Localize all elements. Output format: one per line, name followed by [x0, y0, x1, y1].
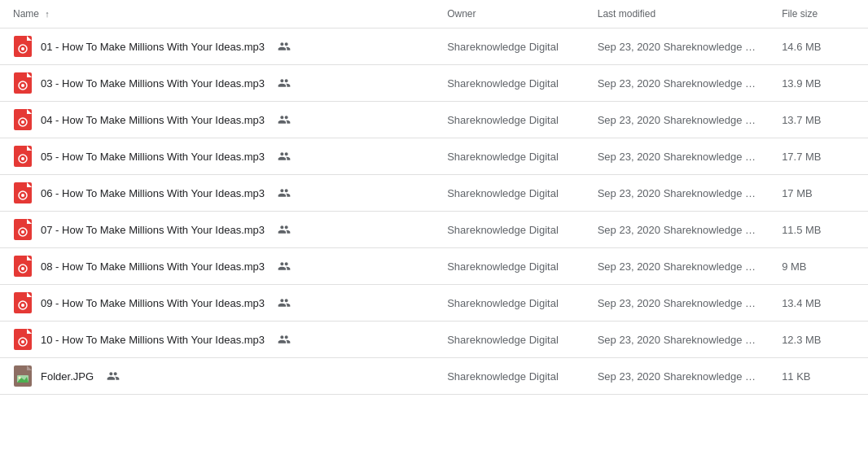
- file-name-text: 01 - How To Make Millions With Your Idea…: [41, 41, 265, 53]
- size-cell: 13.7 MB: [769, 102, 868, 138]
- sort-ascending-icon: ↑: [45, 9, 50, 19]
- name-cell: 01 - How To Make Millions With Your Idea…: [0, 28, 434, 65]
- file-name-text: 09 - How To Make Millions With Your Idea…: [41, 297, 265, 309]
- shared-icon: [278, 260, 291, 273]
- shared-icon: [278, 150, 291, 163]
- size-cell: 17.7 MB: [769, 138, 868, 175]
- file-list-container: Name ↑ Owner Last modified File size: [0, 0, 868, 455]
- size-cell: 12.3 MB: [769, 322, 868, 358]
- modified-cell: Sep 23, 2020 Shareknowledge …: [585, 212, 769, 248]
- modified-cell: Sep 23, 2020 Shareknowledge …: [585, 322, 769, 358]
- modified-cell: Sep 23, 2020 Shareknowledge …: [585, 358, 769, 395]
- size-cell: 11 KB: [769, 358, 868, 395]
- svg-point-7: [21, 84, 24, 87]
- jpg-file-icon: [13, 366, 33, 386]
- file-name-text: Folder.JPG: [41, 370, 94, 383]
- file-table: Name ↑ Owner Last modified File size: [0, 0, 868, 395]
- name-cell: 06 - How To Make Millions With Your Idea…: [0, 175, 434, 212]
- table-row[interactable]: 06 - How To Make Millions With Your Idea…: [0, 175, 868, 212]
- name-column-header[interactable]: Name ↑: [0, 0, 434, 28]
- mp3-file-icon: [13, 73, 33, 93]
- file-table-body: 01 - How To Make Millions With Your Idea…: [0, 28, 868, 395]
- modified-column-header[interactable]: Last modified: [585, 0, 769, 28]
- name-cell: 10 - How To Make Millions With Your Idea…: [0, 322, 434, 358]
- modified-cell: Sep 23, 2020 Shareknowledge …: [585, 248, 769, 285]
- name-cell: Folder.JPG: [0, 358, 434, 395]
- file-name-text: 06 - How To Make Millions With Your Idea…: [41, 187, 265, 199]
- svg-point-15: [21, 157, 24, 160]
- owner-cell: Shareknowledge Digital: [434, 285, 585, 322]
- modified-cell: Sep 23, 2020 Shareknowledge …: [585, 65, 769, 102]
- shared-icon: [278, 223, 291, 236]
- size-column-header[interactable]: File size: [769, 0, 868, 28]
- modified-cell: Sep 23, 2020 Shareknowledge …: [585, 175, 769, 212]
- size-cell: 11.5 MB: [769, 212, 868, 248]
- svg-point-3: [21, 47, 24, 50]
- mp3-file-icon: [13, 330, 33, 349]
- mp3-file-icon: [13, 37, 33, 56]
- modified-cell: Sep 23, 2020 Shareknowledge …: [585, 28, 769, 65]
- svg-point-11: [21, 120, 24, 124]
- mp3-file-icon: [13, 293, 33, 313]
- name-cell: 07 - How To Make Millions With Your Idea…: [0, 212, 434, 248]
- table-row[interactable]: 08 - How To Make Millions With Your Idea…: [0, 248, 868, 285]
- owner-column-label: Owner: [447, 8, 476, 20]
- svg-point-40: [19, 377, 21, 379]
- table-row[interactable]: 01 - How To Make Millions With Your Idea…: [0, 28, 868, 65]
- name-cell: 08 - How To Make Millions With Your Idea…: [0, 248, 434, 285]
- shared-icon: [278, 40, 291, 53]
- name-cell: 03 - How To Make Millions With Your Idea…: [0, 65, 434, 102]
- size-cell: 17 MB: [769, 175, 868, 212]
- modified-column-label: Last modified: [598, 8, 655, 20]
- table-header-row: Name ↑ Owner Last modified File size: [0, 0, 868, 28]
- shared-icon: [278, 333, 291, 346]
- shared-icon: [278, 113, 291, 126]
- file-name-text: 03 - How To Make Millions With Your Idea…: [41, 77, 265, 90]
- mp3-file-icon: [13, 110, 33, 129]
- size-cell: 9 MB: [769, 248, 868, 285]
- modified-cell: Sep 23, 2020 Shareknowledge …: [585, 102, 769, 138]
- name-cell: 04 - How To Make Millions With Your Idea…: [0, 102, 434, 138]
- owner-column-header[interactable]: Owner: [434, 0, 585, 28]
- modified-cell: Sep 23, 2020 Shareknowledge …: [585, 285, 769, 322]
- table-row[interactable]: 05 - How To Make Millions With Your Idea…: [0, 138, 868, 175]
- svg-point-23: [21, 230, 24, 234]
- mp3-file-icon: [13, 256, 33, 276]
- file-name-text: 08 - How To Make Millions With Your Idea…: [41, 260, 265, 273]
- modified-cell: Sep 23, 2020 Shareknowledge …: [585, 138, 769, 175]
- size-cell: 14.6 MB: [769, 28, 868, 65]
- owner-cell: Shareknowledge Digital: [434, 138, 585, 175]
- shared-icon: [278, 186, 291, 199]
- table-row[interactable]: 04 - How To Make Millions With Your Idea…: [0, 102, 868, 138]
- owner-cell: Shareknowledge Digital: [434, 358, 585, 395]
- table-row[interactable]: 10 - How To Make Millions With Your Idea…: [0, 322, 868, 358]
- owner-cell: Shareknowledge Digital: [434, 28, 585, 65]
- table-row[interactable]: 09 - How To Make Millions With Your Idea…: [0, 285, 868, 322]
- file-name-text: 04 - How To Make Millions With Your Idea…: [41, 114, 265, 126]
- svg-point-27: [21, 267, 24, 270]
- table-row[interactable]: Folder.JPGShareknowledge DigitalSep 23, …: [0, 358, 868, 395]
- mp3-file-icon: [13, 220, 33, 239]
- owner-cell: Shareknowledge Digital: [434, 102, 585, 138]
- shared-icon: [278, 296, 291, 309]
- file-name-text: 10 - How To Make Millions With Your Idea…: [41, 334, 265, 346]
- size-cell: 13.9 MB: [769, 65, 868, 102]
- owner-cell: Shareknowledge Digital: [434, 65, 585, 102]
- svg-point-19: [21, 194, 24, 197]
- file-name-text: 07 - How To Make Millions With Your Idea…: [41, 224, 265, 236]
- size-cell: 13.4 MB: [769, 285, 868, 322]
- name-cell: 09 - How To Make Millions With Your Idea…: [0, 285, 434, 322]
- owner-cell: Shareknowledge Digital: [434, 212, 585, 248]
- owner-cell: Shareknowledge Digital: [434, 175, 585, 212]
- mp3-file-icon: [13, 183, 33, 203]
- shared-icon: [107, 370, 120, 383]
- table-row[interactable]: 07 - How To Make Millions With Your Idea…: [0, 212, 868, 248]
- shared-icon: [278, 77, 291, 90]
- svg-point-35: [21, 340, 24, 343]
- size-column-label: File size: [782, 8, 818, 20]
- name-column-label: Name: [13, 8, 39, 20]
- table-row[interactable]: 03 - How To Make Millions With Your Idea…: [0, 65, 868, 102]
- name-cell: 05 - How To Make Millions With Your Idea…: [0, 138, 434, 175]
- mp3-file-icon: [13, 147, 33, 166]
- file-name-text: 05 - How To Make Millions With Your Idea…: [41, 151, 265, 163]
